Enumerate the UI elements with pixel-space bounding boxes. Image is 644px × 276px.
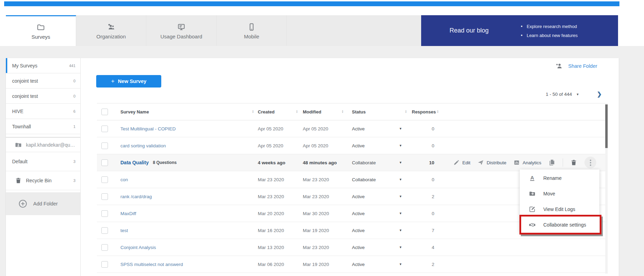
delete-trash-icon[interactable] [570,159,577,166]
row-checkbox[interactable] [101,159,108,166]
sidebar-item-hive[interactable]: HIVE 6 [6,104,80,119]
folder-label: Townhall [12,124,31,129]
sort-icon[interactable]: ▲▼ [252,110,254,113]
sidebar-item-conjoint-test-2[interactable]: conjoint test 0 [6,89,80,104]
row-checkbox[interactable] [101,227,108,234]
scrollbar-thumb[interactable] [605,104,608,148]
banner-title[interactable]: Read our blog [450,15,489,46]
menu-item-view-edit-logs[interactable]: View Edit Logs [520,201,599,217]
survey-name-link[interactable]: SPSS multiselect not answerd [120,262,183,267]
survey-name-link[interactable]: MaxDiff [120,211,136,216]
table-row[interactable]: SPSS multiselect not answerd Mar 06 2020… [97,256,605,273]
menu-label: View Edit Logs [543,206,575,212]
distribute-button[interactable]: Distribute [478,159,506,166]
analytics-button[interactable]: Analytics [514,159,541,166]
status-label: Active [352,245,365,250]
select-all-checkbox[interactable] [101,109,108,115]
sort-icon[interactable]: ▲▼ [437,110,439,113]
row-checkbox[interactable] [101,193,108,200]
survey-name-link[interactable]: test [120,228,128,233]
row-checkbox[interactable] [101,261,108,268]
table-row[interactable]: Data Quality 8 Questions 4 weeks ago 48 … [97,154,605,171]
new-survey-button[interactable]: + New Survey [96,75,161,88]
copy-icon[interactable] [548,159,555,166]
add-folder-button[interactable]: Add Folder [6,192,80,215]
rename-icon: A [529,175,536,182]
table-row[interactable]: Conjoint Analysis Mar 13 2020 Mar 23 202… [97,239,605,256]
distribute-label: Distribute [487,160,506,165]
modified-cell: Mar 23 2020 [299,245,344,250]
col-status: Status [352,109,366,114]
vertical-scrollbar[interactable] [605,103,608,274]
status-label: Active [352,211,365,216]
table-row[interactable]: card sorting validation Apr 05 2020 Apr … [97,137,605,154]
folder-count: 441 [69,64,75,68]
row-checkbox[interactable] [101,176,108,183]
more-options-button[interactable] [584,157,596,168]
blog-banner[interactable]: Read our blog Explore research method Le… [421,15,618,46]
sidebar-item-default[interactable]: Default 3 [6,152,80,171]
tab-mobile[interactable]: Mobile [217,15,287,46]
sort-icon[interactable]: ▲▼ [405,110,407,113]
menu-label: Collaborate settings [543,222,586,228]
next-page-chevron[interactable]: ❯ [597,91,602,98]
folder-move-icon [529,190,536,197]
survey-name-link[interactable]: Conjoint Analysis [120,245,156,250]
created-cell: 4 weeks ago [256,160,299,165]
folder-label: conjoint test [12,93,38,99]
row-checkbox[interactable] [101,126,108,132]
status-dropdown-caret[interactable]: ▼ [399,229,402,232]
menu-item-rename[interactable]: A Rename [520,170,599,186]
status-label: Active [352,143,365,148]
sidebar-item-conjoint-test-1[interactable]: conjoint test 0 [6,73,80,89]
screen: Surveys Organization Usage Dashboard Mob… [0,0,644,276]
col-survey-name: Survey Name [120,109,149,114]
survey-name-link[interactable]: card sorting validation [120,143,166,148]
survey-name-link[interactable]: Data Quality [120,160,149,165]
status-dropdown-caret[interactable]: ▼ [399,127,402,130]
status-label: Collaborate [352,177,376,182]
sidebar-item-recycle-bin[interactable]: Recycle Bin 3 [6,171,80,190]
modified-cell: Apr 05 2020 [299,143,344,148]
survey-name-link[interactable]: rank /card/drag [120,194,152,199]
survey-name-link[interactable]: con [120,177,128,182]
folder-label: My Surveys [12,63,37,68]
status-dropdown-caret[interactable]: ▼ [399,195,402,198]
sort-icon[interactable]: ▲▼ [342,110,344,113]
share-folder-link[interactable]: Share Folder [555,62,597,70]
new-survey-label: New Survey [118,79,146,84]
row-checkbox[interactable] [101,244,108,251]
tab-usage-dashboard[interactable]: Usage Dashboard [146,15,217,46]
tab-organization[interactable]: Organization [76,15,146,46]
analytics-label: Analytics [523,160,541,165]
responses-cell: 0 [408,126,439,131]
menu-label: Move [543,191,555,196]
sort-icon[interactable]: ▲▼ [296,110,298,113]
status-dropdown-caret[interactable]: ▼ [399,144,402,147]
folder-label: HIVE [12,109,24,114]
col-created: Created [258,109,274,114]
created-cell: Mar 23 2020 [256,177,299,182]
edit-button[interactable]: Edit [453,159,470,166]
table-row[interactable]: Test Multilingual - COPIED Apr 05 2020 A… [97,120,605,137]
sidebar-item-my-surveys[interactable]: My Surveys 441 [6,58,80,73]
status-dropdown-caret[interactable]: ▼ [399,161,402,164]
status-dropdown-caret[interactable]: ▼ [399,263,402,266]
add-folder-label: Add Folder [33,201,58,206]
actions-cell: Edit Distribute Analytics [439,157,605,168]
menu-item-move[interactable]: Move [520,186,599,201]
status-dropdown-caret[interactable]: ▼ [399,178,402,181]
sidebar-item-townhall[interactable]: Townhall 1 [6,119,80,134]
sidebar-item-shared-account[interactable]: kapil.khandekar@que... [6,137,80,152]
row-checkbox[interactable] [101,142,108,149]
tab-surveys[interactable]: Surveys [6,15,76,46]
created-cell: Apr 05 2020 [256,143,299,148]
folder-count: 0 [73,94,75,98]
menu-item-collaborate-settings[interactable]: Collaborate settings [520,217,599,232]
content-card: My Surveys 441 conjoint test 0 conjoint … [6,58,619,276]
row-checkbox[interactable] [101,210,108,217]
status-dropdown-caret[interactable]: ▼ [399,212,402,215]
status-dropdown-caret[interactable]: ▼ [399,246,402,249]
survey-name-link[interactable]: Test Multilingual - COPIED [120,126,176,131]
pagination-dropdown-caret[interactable]: ▼ [576,93,579,96]
